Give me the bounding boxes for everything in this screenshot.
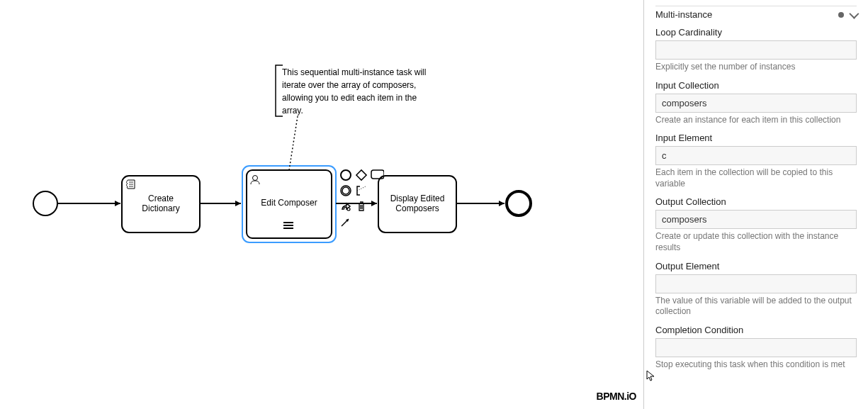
append-end-event-icon[interactable] bbox=[339, 168, 353, 182]
bpmn-diagram: Create Dictionary Edit Composer Display … bbox=[0, 0, 644, 354]
input-collection-input[interactable] bbox=[655, 94, 857, 113]
append-annotation-icon[interactable] bbox=[354, 184, 368, 198]
completion-condition-help: Stop executing this task when this condi… bbox=[655, 359, 857, 371]
svg-marker-10 bbox=[499, 201, 505, 206]
input-collection-help: Create an instance for each item in this… bbox=[655, 115, 857, 126]
start-event[interactable] bbox=[33, 191, 57, 215]
annotation-line-2: iterate over the array of composers, bbox=[282, 80, 416, 90]
svg-point-15 bbox=[342, 187, 349, 194]
association-line[interactable] bbox=[289, 116, 298, 170]
chevron-down-icon[interactable] bbox=[849, 9, 859, 18]
annotation-line-1: This sequential multi-instance task will bbox=[282, 67, 426, 77]
task-create-dictionary-label-2: Dictionary bbox=[142, 203, 179, 213]
svg-rect-12 bbox=[356, 170, 366, 180]
properties-panel: Multi-instance Loop Cardinality Explicit… bbox=[644, 0, 868, 409]
diagram-canvas[interactable]: Create Dictionary Edit Composer Display … bbox=[0, 0, 644, 409]
svg-line-16 bbox=[357, 186, 366, 191]
panel-title: Multi-instance bbox=[655, 9, 712, 20]
task-edit-composer-label: Edit Composer bbox=[261, 198, 317, 208]
append-task-icon[interactable] bbox=[370, 168, 384, 182]
annotation-line-4: array. bbox=[282, 106, 303, 116]
input-element-help: Each item in the collection will be copi… bbox=[655, 167, 857, 189]
loop-cardinality-help: Explicitly set the number of instances bbox=[655, 62, 857, 73]
bpmn-io-logo: BPMN.iO bbox=[597, 391, 636, 402]
completion-condition-label: Completion Condition bbox=[655, 325, 857, 335]
end-event[interactable] bbox=[507, 191, 531, 215]
append-intermediate-event-icon[interactable] bbox=[339, 184, 353, 198]
annotation-line-3: allowing you to edit each item in the bbox=[282, 93, 417, 103]
output-collection-label: Output Collection bbox=[655, 196, 857, 207]
input-element-label: Input Element bbox=[655, 133, 857, 143]
input-element-input[interactable] bbox=[655, 146, 857, 165]
svg-point-11 bbox=[341, 170, 351, 180]
task-create-dictionary-label-1: Create bbox=[148, 194, 174, 203]
panel-section-header[interactable]: Multi-instance bbox=[655, 6, 857, 23]
completion-condition-input[interactable] bbox=[655, 338, 857, 357]
change-type-icon[interactable] bbox=[339, 199, 353, 213]
task-display-composers-label-1: Display Edited bbox=[390, 194, 445, 203]
delete-icon[interactable] bbox=[354, 199, 368, 213]
context-pad bbox=[339, 168, 384, 229]
svg-rect-13 bbox=[371, 170, 384, 179]
svg-marker-0 bbox=[115, 201, 120, 206]
output-collection-help: Create or update this collection with th… bbox=[655, 231, 857, 253]
task-display-composers-label-2: Composers bbox=[395, 203, 439, 213]
section-indicator-icon bbox=[838, 12, 844, 18]
svg-point-17 bbox=[347, 208, 350, 211]
output-element-help: The value of this variable will be added… bbox=[655, 296, 857, 318]
output-element-input[interactable] bbox=[655, 274, 857, 293]
input-collection-label: Input Collection bbox=[655, 80, 857, 91]
connect-icon[interactable] bbox=[339, 215, 353, 229]
output-element-label: Output Element bbox=[655, 261, 857, 271]
append-gateway-icon[interactable] bbox=[354, 168, 368, 182]
svg-marker-4 bbox=[235, 201, 241, 206]
output-collection-input[interactable] bbox=[655, 210, 857, 229]
loop-cardinality-input[interactable] bbox=[655, 40, 857, 60]
loop-cardinality-label: Loop Cardinality bbox=[655, 27, 857, 38]
